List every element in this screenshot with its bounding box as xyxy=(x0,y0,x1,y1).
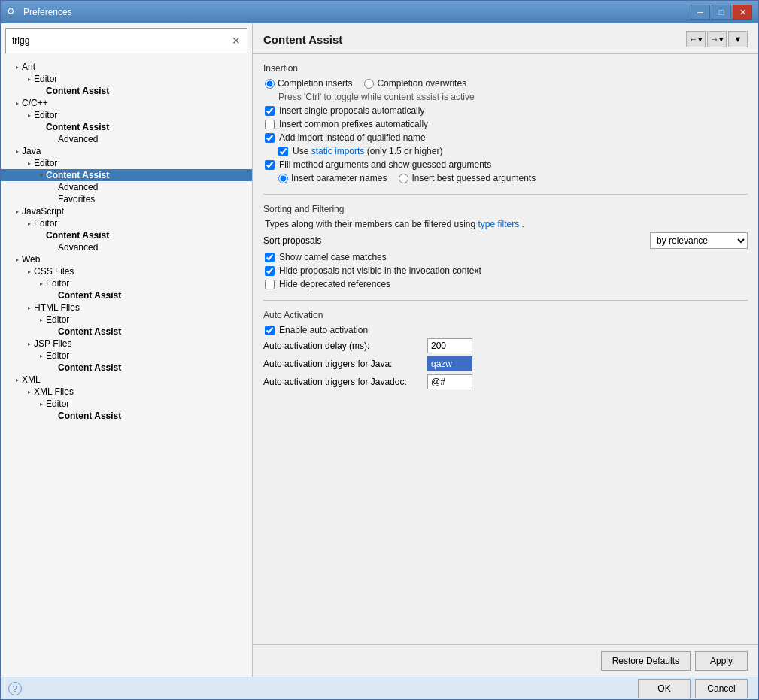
tree-item-cpp-ca[interactable]: Content Assist xyxy=(1,121,252,133)
tree-item-jsp-editor[interactable]: ▸ Editor xyxy=(1,350,252,362)
use-static-checkbox[interactable] xyxy=(278,147,288,156)
right-header: Content Assist ←▾ →▾ ▼ xyxy=(253,23,758,54)
tree-item-java-ca[interactable]: ▾ Content Assist xyxy=(1,169,252,181)
triggers-javadoc-input[interactable] xyxy=(427,374,472,389)
type-filters-link[interactable]: type filters xyxy=(478,219,520,229)
tree-item-xml[interactable]: ▸ XML xyxy=(1,374,252,386)
completion-overwrites-radio[interactable] xyxy=(364,79,374,89)
insert-single-row: Insert single proposals automatically xyxy=(263,105,748,116)
expand-icon: ▸ xyxy=(25,159,34,168)
minimize-button[interactable]: ─ xyxy=(691,5,710,20)
search-bar: ✕ xyxy=(5,28,247,53)
help-icon[interactable]: ? xyxy=(8,682,22,695)
use-static-label: Use static imports (only 1.5 or higher) xyxy=(293,146,442,156)
insertion-section: Insertion Completion inserts Completion … xyxy=(263,63,748,183)
tree-label: Advanced xyxy=(58,182,98,192)
tree-item-css-ca[interactable]: Content Assist xyxy=(1,289,252,302)
expand-icon: ▸ xyxy=(13,255,22,264)
ok-button[interactable]: OK xyxy=(638,679,691,698)
expand-icon xyxy=(49,327,58,336)
tree-label: C/C++ xyxy=(22,98,48,108)
expand-icon: ▸ xyxy=(25,303,34,312)
tree-item-js-ca[interactable]: Content Assist xyxy=(1,229,252,241)
tree-item-xml-editor[interactable]: ▸ Editor xyxy=(1,398,252,410)
tree-item-ant-editor[interactable]: ▸ Editor xyxy=(1,73,252,85)
tree-item-xml-files[interactable]: ▸ XML Files xyxy=(1,386,252,398)
tree-item-jsp-files[interactable]: ▸ JSP Files xyxy=(1,338,252,350)
tree-item-html-editor[interactable]: ▸ Editor xyxy=(1,314,252,326)
bottom-bar: Restore Defaults Apply xyxy=(253,644,758,677)
tree-item-java-adv[interactable]: Advanced xyxy=(1,181,252,193)
static-imports-link[interactable]: static imports xyxy=(311,146,365,156)
tree-label: Advanced xyxy=(58,242,98,253)
insert-param-radio-item: Insert parameter names xyxy=(278,173,387,183)
tree-label: Content Assist xyxy=(58,326,121,337)
insert-param-label: Insert parameter names xyxy=(291,173,387,183)
insert-single-checkbox[interactable] xyxy=(265,106,275,116)
tree-item-cpp-editor[interactable]: ▸ Editor xyxy=(1,109,252,121)
expand-icon: ▸ xyxy=(25,267,34,276)
tree-item-java-fav[interactable]: Favorites xyxy=(1,193,252,205)
search-input[interactable] xyxy=(12,35,232,46)
tree-label: Editor xyxy=(46,350,69,361)
camel-case-label: Show camel case matches xyxy=(279,252,387,262)
add-import-checkbox[interactable] xyxy=(265,133,275,143)
tree-label: Editor xyxy=(46,314,69,325)
tree-item-html-ca[interactable]: Content Assist xyxy=(1,326,252,338)
camel-case-checkbox[interactable] xyxy=(265,253,275,262)
insert-param-radio[interactable] xyxy=(278,174,288,183)
tree-item-cpp-adv[interactable]: Advanced xyxy=(1,133,252,145)
sort-proposals-select[interactable]: by relevance alphabetically by category xyxy=(650,232,748,249)
divider-1 xyxy=(263,194,748,195)
tree-item-ant-ca[interactable]: Content Assist xyxy=(1,85,252,97)
tree-item-java[interactable]: ▸ Java xyxy=(1,145,252,157)
search-clear-icon[interactable]: ✕ xyxy=(232,35,241,47)
insert-common-row: Insert common prefixes automatically xyxy=(263,119,748,129)
main-content: ✕ ▸ Ant ▸ Editor Content Assist ▸ xyxy=(1,23,758,677)
forward-button[interactable]: →▾ xyxy=(707,31,727,47)
tree-item-web[interactable]: ▸ Web xyxy=(1,253,252,265)
insert-common-checkbox[interactable] xyxy=(265,120,275,129)
tree-item-java-editor[interactable]: ▸ Editor xyxy=(1,157,252,169)
tree-item-js-adv[interactable]: Advanced xyxy=(1,241,252,253)
triggers-javadoc-label: Auto activation triggers for Javadoc: xyxy=(263,377,421,387)
expand-icon: ▸ xyxy=(25,74,34,83)
close-button[interactable]: ✕ xyxy=(733,5,752,20)
tree-label: Advanced xyxy=(58,134,98,144)
tree-item-js[interactable]: ▸ JavaScript xyxy=(1,205,252,217)
cancel-button[interactable]: Cancel xyxy=(695,679,748,698)
insert-guessed-radio[interactable] xyxy=(399,174,408,183)
completion-inserts-radio[interactable] xyxy=(265,79,275,89)
triggers-java-input[interactable] xyxy=(427,356,472,371)
window-title: Preferences xyxy=(23,7,72,17)
hide-deprecated-checkbox[interactable] xyxy=(265,280,275,289)
tree-item-xml-ca[interactable]: Content Assist xyxy=(1,410,252,422)
enable-auto-checkbox[interactable] xyxy=(265,326,275,335)
divider-2 xyxy=(263,300,748,301)
footer-bar: ? OK Cancel xyxy=(1,677,758,699)
restore-defaults-button[interactable]: Restore Defaults xyxy=(601,651,691,671)
tree-label: Ant xyxy=(22,62,35,72)
back-button[interactable]: ←▾ xyxy=(686,31,706,47)
tree-item-css-files[interactable]: ▸ CSS Files xyxy=(1,265,252,277)
tree-item-html-files[interactable]: ▸ HTML Files xyxy=(1,302,252,314)
delay-input[interactable] xyxy=(427,338,472,353)
tree-item-ant[interactable]: ▸ Ant xyxy=(1,61,252,73)
expand-icon: ▸ xyxy=(13,62,22,71)
expand-icon xyxy=(49,195,58,204)
maximize-button[interactable]: □ xyxy=(712,5,731,20)
tree-item-js-editor[interactable]: ▸ Editor xyxy=(1,217,252,229)
insert-guessed-label: Insert best guessed arguments xyxy=(411,173,536,183)
ctrl-hint-row: Press 'Ctrl' to toggle while content ass… xyxy=(263,92,748,102)
apply-button[interactable]: Apply xyxy=(695,651,748,671)
sorting-label: Sorting and Filtering xyxy=(263,204,748,214)
fill-method-checkbox[interactable] xyxy=(265,160,275,170)
tree-item-cpp[interactable]: ▸ C/C++ xyxy=(1,97,252,109)
hide-not-visible-checkbox[interactable] xyxy=(265,266,275,276)
tree-item-jsp-ca[interactable]: Content Assist xyxy=(1,362,252,374)
tree-item-css-editor[interactable]: ▸ Editor xyxy=(1,277,252,289)
menu-button[interactable]: ▼ xyxy=(728,31,748,47)
expand-icon: ▸ xyxy=(13,147,22,156)
insert-common-label: Insert common prefixes automatically xyxy=(279,119,428,129)
add-import-label: Add import instead of qualified name xyxy=(279,132,426,143)
